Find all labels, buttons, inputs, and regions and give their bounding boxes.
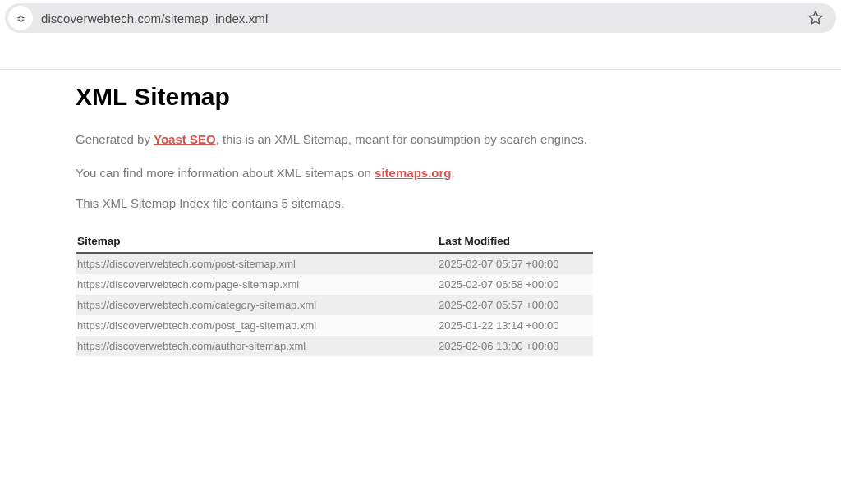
address-bar-container: ≎ discoverwebtech.com/sitemap_index.xml xyxy=(0,0,841,39)
intro-prefix: Generated by xyxy=(76,132,154,146)
info2-prefix: You can find more information about XML … xyxy=(76,166,375,180)
sitemap-link[interactable]: https://discoverwebtech.com/category-sit… xyxy=(77,299,316,311)
intro-suffix: , this is an XML Sitemap, meant for cons… xyxy=(216,132,587,146)
lastmod-cell: 2025-02-07 06:58 +00:00 xyxy=(437,274,593,295)
col-header-sitemap: Sitemap xyxy=(76,230,437,253)
table-row: https://discoverwebtech.com/author-sitem… xyxy=(76,336,593,356)
page-title: XML Sitemap xyxy=(76,83,601,111)
intro-paragraph: Generated by Yoast SEO, this is an XML S… xyxy=(76,131,601,149)
info-paragraph: You can find more information about XML … xyxy=(76,166,601,180)
sitemap-link[interactable]: https://discoverwebtech.com/page-sitemap… xyxy=(77,278,299,291)
sitemap-link[interactable]: https://discoverwebtech.com/post_tag-sit… xyxy=(77,319,316,332)
site-badge-glyph: ≎ xyxy=(16,12,25,25)
table-row: https://discoverwebtech.com/page-sitemap… xyxy=(76,274,593,295)
table-row: https://discoverwebtech.com/category-sit… xyxy=(76,295,593,315)
sitemap-link[interactable]: https://discoverwebtech.com/author-sitem… xyxy=(77,340,306,352)
url-text[interactable]: discoverwebtech.com/sitemap_index.xml xyxy=(41,11,798,25)
table-row: https://discoverwebtech.com/post-sitemap… xyxy=(76,253,593,274)
yoast-seo-link[interactable]: Yoast SEO xyxy=(154,132,216,146)
bookmark-star-icon[interactable] xyxy=(807,9,825,27)
address-bar[interactable]: ≎ discoverwebtech.com/sitemap_index.xml xyxy=(5,3,836,33)
table-header-row: Sitemap Last Modified xyxy=(76,230,593,253)
content-inner: XML Sitemap Generated by Yoast SEO, this… xyxy=(76,83,601,356)
lastmod-cell: 2025-01-22 13:14 +00:00 xyxy=(437,315,593,336)
content-area: XML Sitemap Generated by Yoast SEO, this… xyxy=(0,69,841,356)
site-info-icon[interactable]: ≎ xyxy=(8,6,33,30)
sitemap-link[interactable]: https://discoverwebtech.com/post-sitemap… xyxy=(77,258,296,270)
lastmod-cell: 2025-02-07 05:57 +00:00 xyxy=(437,295,593,315)
table-row: https://discoverwebtech.com/post_tag-sit… xyxy=(76,315,593,336)
col-header-lastmod: Last Modified xyxy=(437,230,593,253)
lastmod-cell: 2025-02-06 13:00 +00:00 xyxy=(437,336,593,356)
sitemaps-org-link[interactable]: sitemaps.org xyxy=(375,166,451,180)
info2-suffix: . xyxy=(451,166,454,180)
lastmod-cell: 2025-02-07 05:57 +00:00 xyxy=(437,253,593,274)
sitemap-count-line: This XML Sitemap Index file contains 5 s… xyxy=(76,196,601,210)
sitemap-table: Sitemap Last Modified https://discoverwe… xyxy=(76,230,593,356)
